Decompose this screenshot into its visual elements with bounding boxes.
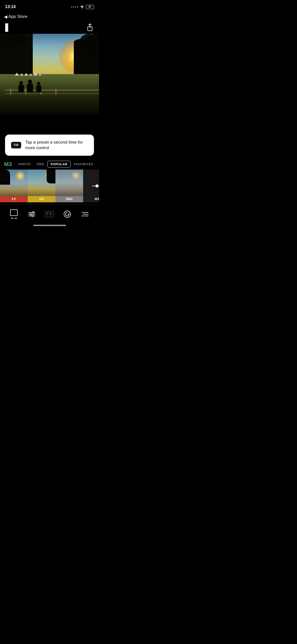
- share-button[interactable]: [86, 23, 94, 31]
- preset-g3[interactable]: G3: [28, 170, 55, 202]
- people-group: [19, 80, 41, 92]
- adjustments-icon: [28, 211, 35, 217]
- fence-post-4: [55, 88, 56, 95]
- svg-point-17: [32, 215, 33, 217]
- adjustments-button[interactable]: [26, 209, 37, 220]
- preset-tabs: M3 PHOTO PRO POPULAR FAVORITES RECENT: [0, 156, 99, 168]
- preset-m3-active[interactable]: M3: [83, 170, 99, 202]
- person-3: [37, 82, 41, 92]
- preset-f2[interactable]: F2: [0, 170, 28, 202]
- photo-scene: [0, 34, 99, 114]
- bottom-toolbar: FX: [0, 204, 99, 223]
- person-1: [19, 81, 24, 92]
- home-indicator: [0, 223, 99, 227]
- chevron-left-icon: ◀: [4, 14, 7, 19]
- preset-g3-label: G3: [28, 196, 55, 202]
- preset-m3-label: M3: [83, 196, 99, 202]
- tip-badge: TIP: [11, 142, 21, 148]
- svg-point-13: [32, 212, 34, 213]
- back-button[interactable]: ‹: [5, 23, 8, 32]
- preset-hb2-label: HB2: [55, 196, 83, 202]
- svg-point-0: [82, 8, 82, 8]
- tab-pro[interactable]: PRO: [34, 161, 47, 168]
- battery-icon: 97: [86, 5, 94, 9]
- photos-button[interactable]: [8, 209, 19, 220]
- svg-marker-21: [82, 215, 83, 217]
- tents: [15, 73, 41, 76]
- fx-button[interactable]: FX: [44, 209, 55, 220]
- home-bar: [33, 225, 66, 226]
- spacer: [0, 114, 99, 135]
- person-2: [28, 80, 33, 92]
- history-svg: [65, 212, 70, 217]
- fence-post-1: [10, 88, 11, 95]
- preset-hb2[interactable]: HB2: [55, 170, 83, 202]
- fence-bottom-rail: [5, 93, 99, 94]
- status-icons: 97: [71, 5, 94, 9]
- tab-recent[interactable]: RECENT: [96, 161, 99, 168]
- app-store-back-button[interactable]: ◀ App Store: [4, 14, 27, 19]
- status-bar: 13:14 97: [0, 0, 99, 12]
- header-nav: ‹: [0, 21, 99, 34]
- wifi-icon: [80, 5, 84, 9]
- tip-card: TIP Tap a preset a second time for more …: [5, 135, 94, 156]
- fx-icon: FX: [45, 211, 54, 217]
- tab-favorites[interactable]: FAVORITES: [71, 161, 96, 168]
- menu-icon: [82, 212, 88, 217]
- photos-icon: [10, 209, 18, 216]
- menu-button[interactable]: [80, 209, 91, 220]
- slider-icon: [92, 184, 99, 188]
- signal-icon: [71, 6, 78, 8]
- preset-strip: F2 G3 HB2 M3 M5: [0, 168, 99, 202]
- svg-point-15: [30, 213, 31, 215]
- history-icon: [64, 211, 71, 218]
- tip-text: Tap a preset a second time for more cont…: [25, 140, 88, 151]
- preset-f2-label: F2: [0, 196, 28, 202]
- share-icon: [87, 24, 93, 31]
- history-button[interactable]: [62, 209, 73, 220]
- tab-photo[interactable]: PHOTO: [16, 161, 34, 168]
- ground-layer: [0, 74, 99, 114]
- photo-view: [0, 34, 99, 114]
- status-time: 13:14: [5, 4, 16, 9]
- tab-popular[interactable]: POPULAR: [47, 161, 71, 168]
- tab-m3[interactable]: M3: [3, 161, 16, 168]
- app-store-nav: ◀ App Store: [0, 12, 99, 21]
- photos-dots: [11, 218, 17, 219]
